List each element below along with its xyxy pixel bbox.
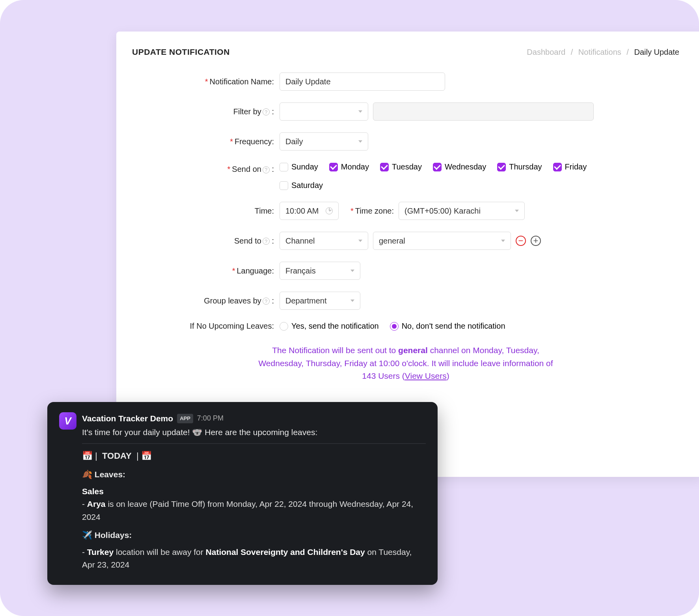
checkbox-wednesday[interactable]: Wednesday	[433, 162, 486, 171]
time-label: Time:	[132, 207, 274, 216]
name-label: *Notification Name:	[132, 77, 274, 86]
filter-label: Filter by? :	[132, 107, 274, 116]
leave-entry: - Arya is on leave (Paid Time Off) from …	[82, 498, 426, 523]
checkbox-thursday[interactable]: Thursday	[497, 162, 542, 171]
team-name: Sales	[82, 485, 426, 498]
breadcrumb-notifications[interactable]: Notifications	[578, 48, 621, 56]
clock-icon	[326, 207, 333, 214]
timezone-label: *Time zone:	[350, 207, 394, 216]
view-users-link[interactable]: View Users	[405, 371, 447, 380]
send-to-label: Send to? :	[132, 236, 274, 246]
filter-by-value	[373, 102, 594, 121]
notification-name-input[interactable]: Daily Update	[280, 73, 445, 91]
remove-recipient-button[interactable]: −	[516, 236, 526, 246]
breadcrumb: Dashboard / Notifications / Daily Update	[527, 48, 679, 57]
intro-text: It's time for your daily update! 🐨 Here …	[82, 426, 426, 439]
breadcrumb-dashboard[interactable]: Dashboard	[527, 48, 565, 56]
checkbox-monday[interactable]: Monday	[329, 162, 369, 171]
leaves-section-title: 🍂 Leaves:	[82, 468, 426, 481]
holiday-entry: - Turkey location will be away for Natio…	[82, 546, 426, 571]
group-by-select[interactable]: Department	[280, 292, 360, 310]
notification-summary: The Notification will be sent out to gen…	[256, 344, 555, 383]
filter-by-select[interactable]	[280, 102, 368, 121]
checkbox-sunday[interactable]: Sunday	[280, 162, 318, 171]
timezone-select[interactable]: (GMT+05:00) Karachi	[399, 202, 525, 220]
checkbox-tuesday[interactable]: Tuesday	[380, 162, 422, 171]
app-avatar-icon: V	[59, 412, 76, 430]
holidays-section-title: ✈️ Holidays:	[82, 529, 426, 542]
send-to-type-select[interactable]: Channel	[280, 232, 368, 250]
breadcrumb-current: Daily Update	[634, 48, 679, 56]
frequency-label: *Frequency:	[132, 137, 274, 146]
no-upcoming-label: If No Upcoming Leaves:	[132, 322, 274, 331]
radio-yes-send[interactable]: Yes, send the notification	[280, 322, 379, 331]
group-by-label: Group leaves by? :	[132, 296, 274, 305]
app-name: Vacation Tracker Demo	[82, 412, 173, 425]
time-input[interactable]: 10:00 AM	[280, 202, 339, 220]
help-icon[interactable]: ?	[263, 298, 270, 305]
app-badge: APP	[177, 414, 193, 423]
send-on-label: *Send on? :	[132, 162, 274, 174]
today-header: 📅 | TODAY | 📅	[82, 449, 426, 463]
slack-preview: V Vacation Tracker Demo APP 7:00 PM It's…	[47, 402, 438, 585]
help-icon[interactable]: ?	[263, 238, 270, 245]
send-to-channel-select[interactable]: general	[373, 232, 511, 250]
language-select[interactable]: Français	[280, 262, 360, 280]
page-title: UPDATE NOTIFICATION	[132, 47, 230, 57]
frequency-select[interactable]: Daily	[280, 132, 368, 151]
message-time: 7:00 PM	[197, 413, 224, 424]
radio-no-send[interactable]: No, don't send the notification	[390, 322, 505, 331]
add-recipient-button[interactable]: +	[531, 236, 541, 246]
checkbox-friday[interactable]: Friday	[553, 162, 587, 171]
checkbox-saturday[interactable]: Saturday	[280, 181, 323, 190]
language-label: *Language:	[132, 266, 274, 275]
help-icon[interactable]: ?	[263, 108, 270, 115]
help-icon[interactable]: ?	[263, 166, 270, 173]
